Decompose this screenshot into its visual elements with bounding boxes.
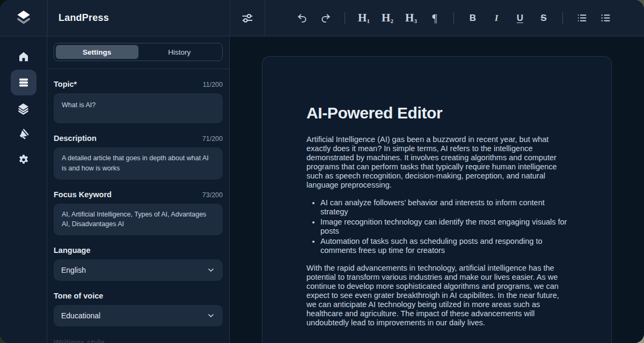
preferences-button[interactable] bbox=[230, 0, 265, 36]
heading-3-button[interactable]: H3 bbox=[402, 9, 420, 27]
redo-icon bbox=[320, 13, 331, 24]
focus-keyword-label: Focus Keyword bbox=[54, 190, 112, 199]
document-paragraph[interactable]: Artificial Intelligence (AI) gas been a … bbox=[306, 135, 567, 190]
sidebar-item-promote[interactable] bbox=[11, 121, 36, 147]
heading-2-button[interactable]: H2 bbox=[378, 9, 397, 27]
chevron-down-icon bbox=[207, 311, 215, 320]
editor-document[interactable]: AI-Powered Editor Artificial Intelligenc… bbox=[262, 56, 612, 343]
paragraph-button[interactable]: ¶ bbox=[426, 9, 444, 27]
topbar: LandPress bbox=[0, 0, 644, 36]
home-icon bbox=[17, 50, 30, 63]
heading-1-icon: H1 bbox=[358, 12, 370, 24]
italic-icon: I bbox=[495, 13, 499, 24]
strikethrough-icon: S bbox=[540, 13, 546, 24]
sidebar-item-content[interactable] bbox=[11, 70, 36, 95]
heading-3-icon: H3 bbox=[405, 12, 417, 24]
undo-button[interactable] bbox=[293, 9, 311, 27]
language-label: Language bbox=[54, 246, 90, 255]
description-field: Description 71/200 A detailed article th… bbox=[54, 134, 223, 180]
app-logo[interactable] bbox=[0, 0, 47, 36]
layers-logo-icon bbox=[13, 8, 34, 28]
sidebar-item-settings[interactable] bbox=[11, 147, 36, 173]
toolbar-divider bbox=[453, 12, 454, 24]
tone-field: Tone of voice Educational bbox=[54, 292, 223, 326]
editor-area: AI-Powered Editor Artificial Intelligenc… bbox=[230, 36, 644, 343]
focus-keyword-counter: 73/200 bbox=[202, 191, 223, 199]
underline-icon: U bbox=[517, 13, 523, 24]
topic-label: Topic* bbox=[54, 80, 77, 88]
focus-keyword-input[interactable]: AI, Artificial Intelligence, Types of AI… bbox=[54, 204, 223, 236]
icon-sidebar bbox=[0, 36, 47, 343]
megaphone-icon bbox=[17, 128, 30, 140]
brand-title: LandPress bbox=[58, 12, 109, 24]
bullet-list-icon bbox=[576, 12, 588, 24]
content-rows-icon bbox=[17, 76, 30, 89]
italic-button[interactable]: I bbox=[487, 9, 506, 27]
ordered-list-button[interactable] bbox=[596, 9, 614, 27]
language-value: English bbox=[61, 266, 86, 274]
app-window: LandPress bbox=[0, 0, 644, 343]
document-bullet-list: AI can analyze followers’ behavior and i… bbox=[306, 198, 567, 255]
heading-1-button[interactable]: H1 bbox=[355, 9, 373, 27]
list-item[interactable]: AI can analyze followers’ behavior and i… bbox=[320, 198, 567, 217]
language-select[interactable]: English bbox=[54, 259, 223, 281]
topic-field: Topic* 11/200 What is AI? bbox=[54, 80, 223, 123]
list-item[interactable]: Image recognition technology can identif… bbox=[320, 218, 567, 236]
layers-icon bbox=[17, 102, 30, 115]
bullet-list-button[interactable] bbox=[573, 9, 591, 27]
redo-button[interactable] bbox=[317, 9, 335, 27]
tab-settings[interactable]: Settings bbox=[56, 45, 138, 59]
paragraph-icon: ¶ bbox=[432, 13, 437, 24]
editor-toolbar-area: H1 H2 H3 ¶ B I U bbox=[230, 0, 644, 36]
description-counter: 71/200 bbox=[202, 135, 223, 143]
language-field: Language English bbox=[54, 246, 223, 281]
tone-label: Tone of voice bbox=[54, 292, 103, 300]
undo-icon bbox=[297, 13, 308, 24]
list-item[interactable]: Automation of tasks such as scheduling p… bbox=[320, 237, 567, 255]
toolbar-divider bbox=[345, 12, 345, 24]
topic-input[interactable]: What is AI? bbox=[54, 93, 223, 123]
brand: LandPress bbox=[47, 0, 230, 36]
toolbar-divider bbox=[562, 12, 563, 24]
document-title[interactable]: AI-Powered Editor bbox=[306, 104, 567, 122]
tone-select[interactable]: Educational bbox=[54, 305, 223, 326]
sidebar-item-layers[interactable] bbox=[11, 95, 36, 121]
strikethrough-button[interactable]: S bbox=[535, 9, 553, 27]
document-body: Artificial Intelligence (AI) gas been a … bbox=[306, 135, 567, 327]
tab-history[interactable]: History bbox=[138, 45, 221, 59]
document-paragraph[interactable]: With the rapid advancements in technolog… bbox=[306, 264, 567, 327]
bold-button[interactable]: B bbox=[464, 9, 482, 27]
underline-button[interactable]: U bbox=[511, 9, 529, 27]
ordered-list-icon bbox=[600, 12, 611, 24]
formatting-toolbar: H1 H2 H3 ¶ B I U bbox=[265, 0, 614, 36]
focus-keyword-field: Focus Keyword 73/200 AI, Artificial Inte… bbox=[54, 190, 223, 236]
panel-tabs: Settings History bbox=[54, 43, 223, 61]
panel-divider bbox=[47, 69, 229, 69]
writings-style-label: Writings style bbox=[54, 338, 223, 343]
topic-counter: 11/200 bbox=[203, 81, 223, 88]
sliders-icon bbox=[241, 12, 254, 25]
tone-value: Educational bbox=[61, 311, 100, 320]
bold-icon: B bbox=[470, 13, 476, 24]
heading-2-icon: H2 bbox=[382, 12, 393, 24]
description-input[interactable]: A detailed article that goes in depth ab… bbox=[54, 147, 223, 180]
chevron-down-icon bbox=[207, 266, 215, 274]
settings-panel: Settings History Topic* 11/200 What is A… bbox=[47, 36, 230, 343]
gear-icon bbox=[17, 153, 30, 166]
description-label: Description bbox=[54, 134, 97, 143]
sidebar-item-home[interactable] bbox=[11, 44, 36, 70]
